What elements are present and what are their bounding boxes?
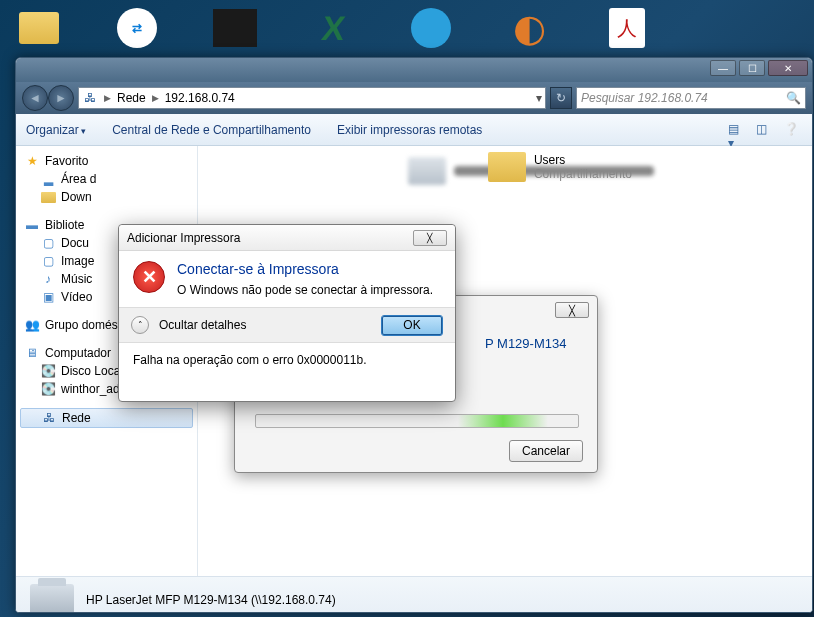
sidebar-label: Bibliote [45, 218, 84, 232]
dialog-titlebar[interactable]: Adicionar Impressora ╳ [119, 225, 455, 251]
desktop-folder-icon[interactable] [15, 4, 63, 52]
sidebar-item-label: Image [61, 254, 94, 268]
ok-button[interactable]: OK [381, 315, 443, 336]
share-sub: Compartilhamento [534, 167, 632, 181]
sidebar-item-desktop[interactable]: ▂Área d [16, 170, 197, 188]
disk-icon: 💽 [40, 364, 56, 378]
sidebar-item-label: Área d [61, 172, 96, 186]
explorer-window: — ☐ ✕ ◄ ► 🖧 ▶ Rede ▶ 192.168.0.74 ▾ ↻ Pe… [15, 57, 813, 613]
network-icon: 🖧 [41, 411, 57, 425]
desktop-icons: ⇄ X ◐ 人 [15, 4, 651, 52]
pdf-icon[interactable]: 人 [603, 4, 651, 52]
video-icon: ▣ [40, 290, 56, 304]
sidebar-item-label: Down [61, 190, 92, 204]
teamviewer-icon[interactable]: ⇄ [113, 4, 161, 52]
minimize-button[interactable]: — [710, 60, 736, 76]
search-input[interactable]: Pesquisar 192.168.0.74 🔍 [576, 87, 806, 109]
sidebar-label: Rede [62, 411, 91, 425]
desktop-icon: ▂ [40, 172, 56, 186]
organize-menu[interactable]: Organizar [26, 123, 86, 137]
breadcrumb-root[interactable]: Rede [117, 91, 146, 105]
nav-bar: ◄ ► 🖧 ▶ Rede ▶ 192.168.0.74 ▾ ↻ Pesquisa… [16, 82, 812, 114]
printer-icon [408, 157, 446, 185]
folder-icon [488, 152, 526, 182]
sidebar-item-label: Vídeo [61, 290, 92, 304]
dialog-title: Adicionar Impressora [127, 231, 240, 245]
close-button[interactable]: ✕ [768, 60, 808, 76]
error-dialog: Adicionar Impressora ╳ ✕ Conectar-se à I… [118, 224, 456, 402]
homegroup-icon: 👥 [24, 318, 40, 332]
hide-details-label[interactable]: Ocultar detalhes [159, 318, 246, 332]
music-icon: ♪ [40, 272, 56, 286]
preview-pane-icon[interactable]: ◫ [756, 122, 774, 138]
network-icon: 🖧 [82, 91, 98, 105]
back-button[interactable]: ◄ [22, 85, 48, 111]
show-remote-printers-link[interactable]: Exibir impressoras remotas [337, 123, 482, 137]
dialog-text: O Windows não pode se conectar à impress… [177, 283, 433, 297]
details-pane: HP LaserJet MFP M129-M134 (\\192.168.0.7… [16, 576, 812, 613]
excel-icon[interactable]: X [309, 4, 357, 52]
error-icon: ✕ [133, 261, 165, 293]
search-placeholder: Pesquisar 192.168.0.74 [581, 91, 708, 105]
sidebar-label: Computador [45, 346, 111, 360]
toolbar: Organizar Central de Rede e Compartilham… [16, 114, 812, 146]
maximize-button[interactable]: ☐ [739, 60, 765, 76]
sidebar-label: Favorito [45, 154, 88, 168]
chevron-right-icon: ▶ [152, 93, 159, 103]
orange-app-icon[interactable]: ◐ [505, 4, 553, 52]
printer-icon [30, 584, 74, 614]
dialog-heading: Conectar-se à Impressora [177, 261, 433, 277]
sidebar-favorites[interactable]: ★Favorito [16, 152, 197, 170]
wizard-close-button[interactable]: ╳ [555, 302, 589, 318]
breadcrumb-target[interactable]: 192.168.0.74 [165, 91, 235, 105]
details-printer-name: HP LaserJet MFP M129-M134 (\\192.168.0.7… [86, 593, 336, 607]
computer-icon: 🖥 [24, 346, 40, 360]
telegram-icon[interactable] [407, 4, 455, 52]
help-icon[interactable]: ❔ [784, 122, 802, 138]
sidebar-item-label: Docu [61, 236, 89, 250]
titlebar[interactable]: — ☐ ✕ [16, 58, 812, 82]
chevron-down-icon[interactable]: ▾ [536, 91, 542, 105]
collapse-details-button[interactable]: ˄ [131, 316, 149, 334]
users-share-item[interactable]: Users Compartilhamento [488, 152, 632, 182]
folder-icon [40, 190, 56, 204]
sidebar-item-label: Músic [61, 272, 92, 286]
wizard-printer-name: P M129-M134 [485, 336, 566, 351]
dark-app-icon[interactable] [211, 4, 259, 52]
sidebar-network[interactable]: 🖧Rede [20, 408, 193, 428]
progress-bar [255, 414, 579, 428]
netdrive-icon: 💽 [40, 382, 56, 396]
document-icon: ▢ [40, 236, 56, 250]
star-icon: ★ [24, 154, 40, 168]
address-bar[interactable]: 🖧 ▶ Rede ▶ 192.168.0.74 ▾ [78, 87, 546, 109]
refresh-button[interactable]: ↻ [550, 87, 572, 109]
cancel-button[interactable]: Cancelar [509, 440, 583, 462]
image-icon: ▢ [40, 254, 56, 268]
libraries-icon: ▬ [24, 218, 40, 232]
error-detail-text: Falha na operação com o erro 0x0000011b. [133, 353, 367, 367]
chevron-right-icon: ▶ [104, 93, 111, 103]
share-name: Users [534, 153, 632, 167]
network-center-link[interactable]: Central de Rede e Compartilhamento [112, 123, 311, 137]
forward-button[interactable]: ► [48, 85, 74, 111]
search-icon[interactable]: 🔍 [786, 91, 801, 105]
sidebar-item-downloads[interactable]: Down [16, 188, 197, 206]
view-menu-icon[interactable]: ▤ ▾ [728, 122, 746, 138]
dialog-close-button[interactable]: ╳ [413, 230, 447, 246]
